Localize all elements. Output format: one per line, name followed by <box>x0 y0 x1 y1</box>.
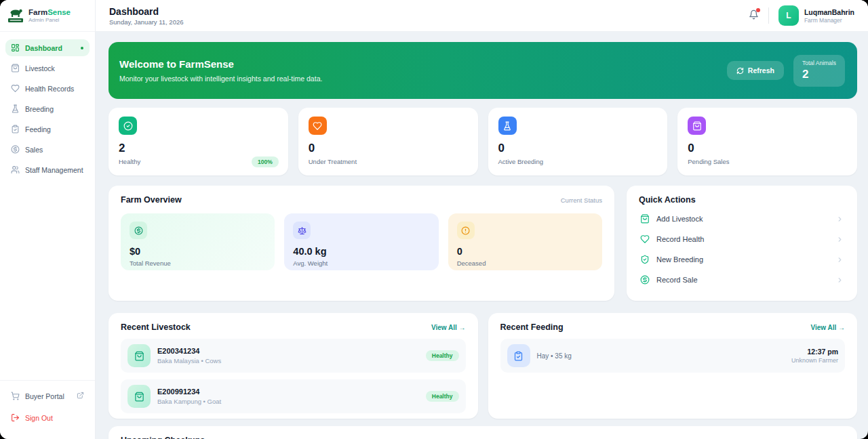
dollar-circle-icon <box>640 275 650 285</box>
farm-overview-title: Farm Overview <box>121 195 182 205</box>
clipboard-check-icon <box>11 125 20 133</box>
bag-icon <box>134 351 144 361</box>
stat-cards: 2 Healthy 100% 0 Under Treatment 0 Activ… <box>108 108 857 175</box>
upcoming-checkups-panel: Upcoming Checkups <box>108 426 857 439</box>
chevron-right-icon <box>836 276 844 284</box>
upcoming-checkups-title: Upcoming Checkups <box>121 436 845 439</box>
users-icon <box>11 165 20 174</box>
livestock-tag-id: E200341234 <box>157 347 221 355</box>
status-badge: Healthy <box>426 391 459 402</box>
buyer-portal-link[interactable]: Buyer Portal <box>5 388 90 404</box>
refresh-button[interactable]: Refresh <box>727 61 784 80</box>
brand: FarmSense Admin Panel <box>0 0 95 32</box>
sidebar: FarmSense Admin Panel Dashboard Livestoc… <box>0 0 96 439</box>
divider <box>768 7 769 24</box>
recent-feeding-panel: Recent Feeding View All → Hay • 35 kg 12… <box>488 313 858 419</box>
heart-icon <box>11 84 20 93</box>
stat-card-pending-sales: 0 Pending Sales <box>677 108 857 175</box>
stat-card-active-breeding: 0 Active Breeding <box>488 108 668 175</box>
avatar: L <box>778 5 799 26</box>
user-role: Farm Manager <box>804 17 854 24</box>
page-title: Dashboard <box>109 6 184 17</box>
notification-badge <box>756 8 760 12</box>
recent-feeding-title: Recent Feeding <box>500 322 564 332</box>
sidebar-item-health-records[interactable]: Health Records <box>5 80 90 97</box>
banner-title: Welcome to FarmSense <box>119 58 322 70</box>
sidebar-footer: Buyer Portal Sign Out <box>0 380 95 439</box>
banner-subtitle: Monitor your livestock with intelligent … <box>119 75 322 83</box>
livestock-tag-id: E200991234 <box>157 388 221 396</box>
chevron-right-icon <box>836 215 844 223</box>
metric-deceased: 0 Deceased <box>448 213 602 270</box>
topbar: Dashboard Sunday, January 11, 2026 L Luq… <box>96 0 868 32</box>
alert-circle-icon <box>461 226 470 235</box>
total-animals-value: 2 <box>802 68 836 81</box>
sidebar-item-breeding[interactable]: Breeding <box>5 100 90 117</box>
sidebar-nav: Dashboard Livestock Health Records Breed… <box>0 32 95 189</box>
heart-icon <box>640 234 650 244</box>
chevron-right-icon <box>836 256 844 264</box>
quick-action-record-health[interactable]: Record Health <box>639 229 845 249</box>
bag-icon <box>11 64 20 72</box>
view-all-livestock-link[interactable]: View All → <box>431 324 466 331</box>
shield-check-icon <box>640 255 650 264</box>
feeding-time: 12:37 pm <box>791 348 838 356</box>
healthy-percentage-badge: 100% <box>252 156 279 167</box>
logout-icon <box>11 413 20 422</box>
welcome-banner: Welcome to FarmSense Monitor your livest… <box>108 42 857 99</box>
sign-out-button[interactable]: Sign Out <box>5 409 90 426</box>
recent-livestock-panel: Recent Livestock View All → E200341234 B… <box>108 313 478 419</box>
stat-card-under-treatment: 0 Under Treatment <box>298 108 478 175</box>
total-animals-card: Total Animals 2 <box>793 55 845 87</box>
refresh-icon <box>736 67 744 75</box>
brand-subtitle: Admin Panel <box>28 17 71 23</box>
metric-avg-weight: 40.0 kg Avg. Weight <box>284 213 438 270</box>
bag-icon <box>134 392 144 402</box>
dashboard-icon <box>11 43 20 52</box>
chevron-right-icon <box>836 236 844 243</box>
external-link-icon <box>77 392 84 399</box>
clipboard-check-icon <box>513 351 524 361</box>
stat-card-healthy: 2 Healthy 100% <box>108 108 288 175</box>
main-area: Dashboard Sunday, January 11, 2026 L Luq… <box>96 0 868 439</box>
brand-name: FarmSense <box>28 8 71 18</box>
livestock-row[interactable]: E200991234 Baka Kampung • Goat Healthy <box>121 379 466 413</box>
sidebar-item-livestock[interactable]: Livestock <box>5 60 90 77</box>
farm-overview-panel: Farm Overview Current Status $0 Total Re… <box>108 186 614 301</box>
dollar-circle-icon <box>11 145 20 154</box>
notifications-button[interactable] <box>749 9 759 22</box>
sidebar-item-feeding[interactable]: Feeding <box>5 121 90 138</box>
view-all-feeding-link[interactable]: View All → <box>810 324 845 331</box>
scale-icon <box>298 226 307 235</box>
dashboard-content: Welcome to FarmSense Monitor your livest… <box>96 32 868 439</box>
heart-icon <box>313 121 322 131</box>
bag-icon <box>640 214 650 224</box>
feeding-row[interactable]: Hay • 35 kg 12:37 pm Unknown Farmer <box>500 339 846 373</box>
page-date: Sunday, January 11, 2026 <box>109 18 184 26</box>
quick-action-add-livestock[interactable]: Add Livestock <box>639 209 845 229</box>
flask-icon <box>11 104 20 113</box>
app-window: FarmSense Admin Panel Dashboard Livestoc… <box>0 0 868 439</box>
metric-total-revenue: $0 Total Revenue <box>121 213 275 270</box>
quick-action-record-sale[interactable]: Record Sale <box>639 270 845 290</box>
quick-actions-panel: Quick Actions Add Livestock Record Healt… <box>627 186 857 301</box>
status-badge: Healthy <box>426 350 459 361</box>
flask-icon <box>502 121 512 131</box>
active-dot <box>81 47 83 49</box>
dollar-circle-icon <box>134 226 143 235</box>
total-animals-label: Total Animals <box>802 60 836 66</box>
livestock-meta: Baka Malaysia • Cows <box>157 357 221 364</box>
check-circle-icon <box>123 121 133 131</box>
livestock-row[interactable]: E200341234 Baka Malaysia • Cows Healthy <box>121 339 466 373</box>
cow-logo-icon <box>7 7 24 24</box>
user-name: LuqmanBahrin <box>804 8 854 16</box>
sidebar-item-dashboard[interactable]: Dashboard <box>5 39 90 56</box>
sidebar-item-sales[interactable]: Sales <box>5 141 90 158</box>
feeding-description: Hay • 35 kg <box>537 352 572 360</box>
quick-action-new-breeding[interactable]: New Breeding <box>639 249 845 270</box>
user-menu[interactable]: L LuqmanBahrin Farm Manager <box>778 5 854 26</box>
sidebar-item-staff-management[interactable]: Staff Management <box>5 161 90 178</box>
recent-livestock-title: Recent Livestock <box>121 322 191 332</box>
feeding-by: Unknown Farmer <box>791 357 838 364</box>
quick-actions-title: Quick Actions <box>639 195 845 205</box>
